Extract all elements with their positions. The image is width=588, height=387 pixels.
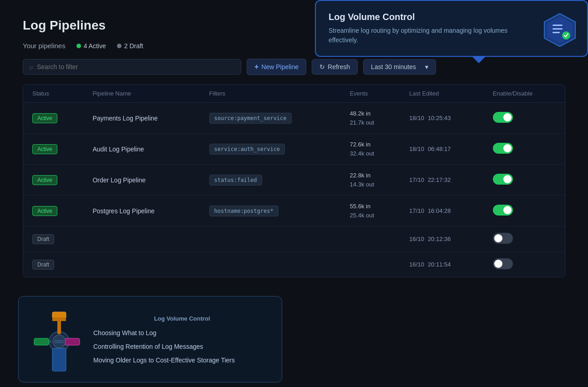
- date: 16/10: [409, 261, 424, 268]
- refresh-button[interactable]: ↻ Refresh: [312, 59, 358, 75]
- plus-icon: +: [254, 63, 259, 71]
- pipeline-name-cell: Audit Log Pipeline: [83, 134, 200, 165]
- pipeline-name-cell: Postgres Log Pipeline: [83, 196, 200, 226]
- filter-cell: status:failed: [200, 165, 341, 196]
- last-edited-cell: 17/1022:17:32: [400, 165, 483, 196]
- pipelines-table: Status Pipeline Name Filters Events Last…: [23, 85, 565, 277]
- last-edited-cell: 18/1010:25:43: [400, 103, 483, 134]
- time: 22:17:32: [428, 176, 451, 183]
- last-edited-cell: 18/1006:48:17: [400, 134, 483, 165]
- events-out: 14.3k out: [350, 181, 375, 188]
- col-filters: Filters: [200, 85, 341, 103]
- date: 17/10: [409, 176, 424, 183]
- enable-disable-toggle[interactable]: [493, 143, 513, 154]
- pipeline-name-cell: Order Log Pipeline: [83, 165, 200, 196]
- timerange-button[interactable]: Last 30 minutes ▾: [363, 59, 436, 75]
- events-cell: 48.2k in21.7k out: [341, 103, 400, 134]
- enable-disable-toggle[interactable]: [493, 205, 513, 216]
- date: 16/10: [409, 236, 424, 242]
- table-row[interactable]: ActivePayments Log Pipelinesource:paymen…: [23, 103, 565, 134]
- feature-popup-title: Log Volume Control: [93, 315, 271, 322]
- events-cell: 72.6k in32.4k out: [341, 134, 400, 165]
- active-count: 4 Active: [84, 42, 106, 50]
- col-status: Status: [23, 85, 83, 103]
- col-enable-disable: Enable/Disable: [484, 85, 565, 103]
- feature-list: Choosing What to Log Controlling Retenti…: [93, 329, 271, 364]
- pipeline-name-cell: Payments Log Pipeline: [83, 103, 200, 134]
- search-input[interactable]: [37, 63, 234, 70]
- toggle-cell: [484, 103, 565, 134]
- enable-disable-toggle[interactable]: [493, 233, 513, 244]
- events-out: 21.7k out: [350, 119, 375, 126]
- active-dot: [76, 44, 81, 48]
- svg-rect-14: [34, 338, 49, 345]
- table-row[interactable]: ActiveOrder Log Pipelinestatus:failed22.…: [23, 165, 565, 196]
- pipeline-name-cell: [83, 226, 200, 252]
- events-in: 22.8k in: [350, 172, 371, 179]
- tooltip-icon: [542, 12, 574, 45]
- feature-item-1[interactable]: Choosing What to Log: [93, 329, 271, 337]
- pipe-illustration: [30, 307, 84, 371]
- status-cell: Active: [23, 165, 83, 196]
- tooltip-content: Log Volume Control Streamline log routin…: [329, 12, 532, 45]
- filter-cell: service:auth_service: [200, 134, 341, 165]
- toggle-cell: [484, 165, 565, 196]
- time: 06:48:17: [428, 146, 451, 152]
- col-events: Events: [341, 85, 400, 103]
- time: 10:25:43: [428, 115, 451, 121]
- timerange-label: Last 30 minutes: [371, 63, 416, 70]
- toggle-cell: [484, 252, 565, 277]
- svg-point-9: [53, 335, 66, 348]
- table-row[interactable]: ActivePostgres Log Pipelinehostname:post…: [23, 196, 565, 226]
- table-row[interactable]: ActiveAudit Log Pipelineservice:auth_ser…: [23, 134, 565, 165]
- col-last-edited: Last Edited: [400, 85, 483, 103]
- refresh-icon: ↻: [319, 63, 325, 70]
- table-row[interactable]: Draft16/1020:12:36: [23, 226, 565, 252]
- draft-indicator: 2 Draft: [117, 42, 143, 50]
- events-in: 55.6k in: [350, 203, 371, 210]
- filter-tag: source:payment_service: [209, 113, 292, 124]
- status-cell: Draft: [23, 252, 83, 277]
- enable-disable-toggle[interactable]: [493, 258, 513, 269]
- status-cell: Draft: [23, 226, 83, 252]
- enable-disable-toggle[interactable]: [493, 112, 513, 123]
- pipelines-table-container: Status Pipeline Name Filters Events Last…: [23, 84, 565, 277]
- events-out: 25.4k out: [350, 212, 375, 219]
- refresh-label: Refresh: [328, 63, 350, 70]
- status-badge: Active: [32, 144, 57, 154]
- status-badge: Active: [32, 113, 57, 123]
- filter-cell: [200, 226, 341, 252]
- feature-popup-content: Log Volume Control Choosing What to Log …: [93, 315, 271, 364]
- filter-tag: service:auth_service: [209, 144, 285, 155]
- status-cell: Active: [23, 134, 83, 165]
- feature-item-2[interactable]: Controlling Retention of Log Messages: [93, 343, 271, 350]
- status-badge: Active: [32, 175, 57, 185]
- status-badge: Active: [32, 206, 57, 216]
- active-indicator: 4 Active: [76, 42, 106, 50]
- status-cell: Active: [23, 196, 83, 226]
- feature-item-3[interactable]: Moving Older Logs to Cost-Effective Stor…: [93, 357, 271, 364]
- table-header: Status Pipeline Name Filters Events Last…: [23, 85, 565, 103]
- events-out: 32.4k out: [350, 150, 375, 157]
- tooltip-card: Log Volume Control Streamline log routin…: [315, 0, 588, 57]
- filter-tag: status:failed: [209, 175, 262, 186]
- pipeline-name-cell: [83, 252, 200, 277]
- status-badge: Draft: [32, 234, 54, 244]
- date: 17/10: [409, 207, 424, 214]
- filter-cell: hostname:postgres*: [200, 196, 341, 226]
- date: 18/10: [409, 115, 424, 121]
- new-pipeline-label: New Pipeline: [261, 63, 299, 70]
- events-in: 72.6k in: [350, 141, 371, 148]
- table-body: ActivePayments Log Pipelinesource:paymen…: [23, 103, 565, 277]
- toggle-cell: [484, 226, 565, 252]
- toggle-cell: [484, 196, 565, 226]
- new-pipeline-button[interactable]: + New Pipeline: [247, 59, 306, 75]
- draft-count: 2 Draft: [124, 42, 143, 50]
- enable-disable-toggle[interactable]: [493, 174, 513, 185]
- svg-rect-15: [65, 338, 80, 345]
- tooltip-title: Log Volume Control: [329, 12, 532, 22]
- table-row[interactable]: Draft16/1020:11:54: [23, 252, 565, 277]
- col-pipeline-name: Pipeline Name: [83, 85, 200, 103]
- search-box[interactable]: ⌕: [23, 59, 241, 75]
- status-badge: Draft: [32, 260, 54, 270]
